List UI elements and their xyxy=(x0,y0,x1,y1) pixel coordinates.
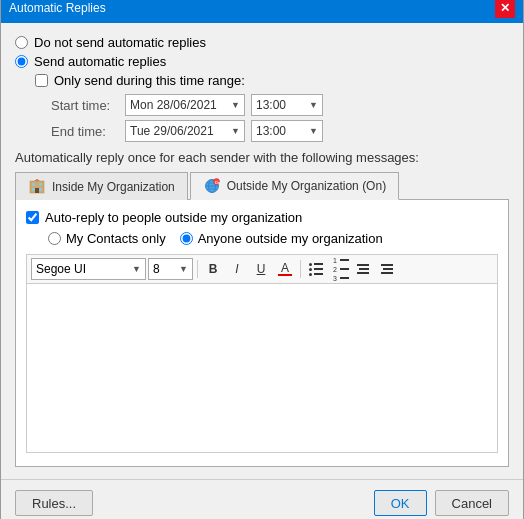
start-time-label: Start time: xyxy=(51,98,119,113)
no-auto-reply-label: Do not send automatic replies xyxy=(34,35,206,50)
automatic-replies-dialog: Automatic Replies ✕ Do not send automati… xyxy=(0,0,524,519)
svg-rect-3 xyxy=(32,188,35,191)
bullet-list-button[interactable] xyxy=(305,258,327,280)
numbered-list-button[interactable]: 1 2 3 xyxy=(329,258,351,280)
only-send-label: Only send during this time range: xyxy=(54,73,245,88)
cancel-button[interactable]: Cancel xyxy=(435,490,509,516)
reply-once-label: Automatically reply once for each sender… xyxy=(15,150,509,165)
end-time-row: End time: Tue 29/06/2021 ▼ 13:00 ▼ xyxy=(51,120,509,142)
dialog-title: Automatic Replies xyxy=(9,1,106,15)
no-auto-reply-radio[interactable] xyxy=(15,36,28,49)
numbered-list-icon: 1 2 3 xyxy=(333,257,347,282)
tab-outside[interactable]: On Outside My Organization (On) xyxy=(190,172,399,200)
end-time-dropdown[interactable]: 13:00 ▼ xyxy=(251,120,323,142)
end-time-arrow-icon: ▼ xyxy=(309,126,318,136)
title-bar: Automatic Replies ✕ xyxy=(1,0,523,23)
my-contacts-radio-row: My Contacts only xyxy=(48,231,166,246)
reply-mode-group: Do not send automatic replies Send autom… xyxy=(15,35,509,69)
start-time-dropdown[interactable]: 13:00 ▼ xyxy=(251,94,323,116)
tab-inside-label: Inside My Organization xyxy=(52,180,175,194)
bold-button[interactable]: B xyxy=(202,258,224,280)
underline-button[interactable]: U xyxy=(250,258,272,280)
auto-reply-row: Auto-reply to people outside my organiza… xyxy=(26,210,498,225)
svg-rect-2 xyxy=(39,183,42,186)
font-size-arrow-icon: ▼ xyxy=(179,264,188,274)
globe-icon: On xyxy=(203,178,221,194)
start-time-row: Start time: Mon 28/06/2021 ▼ 13:00 ▼ xyxy=(51,94,509,116)
anyone-radio[interactable] xyxy=(180,232,193,245)
end-date-dropdown[interactable]: Tue 29/06/2021 ▼ xyxy=(125,120,245,142)
close-button[interactable]: ✕ xyxy=(495,0,515,18)
dialog-footer: Rules... OK Cancel xyxy=(1,479,523,519)
svg-rect-5 xyxy=(35,188,39,193)
font-family-arrow-icon: ▼ xyxy=(132,264,141,274)
my-contacts-label: My Contacts only xyxy=(66,231,166,246)
only-send-row: Only send during this time range: xyxy=(35,73,509,88)
end-time-value: 13:00 xyxy=(256,124,286,138)
auto-reply-checkbox[interactable] xyxy=(26,211,39,224)
font-color-button[interactable]: A xyxy=(274,258,296,280)
end-date-value: Tue 29/06/2021 xyxy=(130,124,214,138)
start-date-dropdown[interactable]: Mon 28/06/2021 ▼ xyxy=(125,94,245,116)
start-date-value: Mon 28/06/2021 xyxy=(130,98,217,112)
svg-rect-1 xyxy=(32,183,35,186)
end-time-label: End time: xyxy=(51,124,119,139)
rules-button[interactable]: Rules... xyxy=(15,490,93,516)
editor-toolbar: Segoe UI ▼ 8 ▼ B I U A xyxy=(26,254,498,283)
no-auto-reply-row: Do not send automatic replies xyxy=(15,35,509,50)
decrease-indent-button[interactable] xyxy=(353,258,375,280)
bullet-list-icon xyxy=(309,263,323,276)
toolbar-separator-1 xyxy=(197,260,198,278)
start-time-value: 13:00 xyxy=(256,98,286,112)
start-time-arrow-icon: ▼ xyxy=(309,100,318,110)
building-icon xyxy=(28,179,46,195)
anyone-label: Anyone outside my organization xyxy=(198,231,383,246)
increase-indent-icon xyxy=(381,264,395,274)
contacts-selection-row: My Contacts only Anyone outside my organ… xyxy=(48,231,498,246)
start-date-arrow-icon: ▼ xyxy=(231,100,240,110)
svg-text:On: On xyxy=(215,180,221,185)
my-contacts-radio[interactable] xyxy=(48,232,61,245)
font-family-dropdown[interactable]: Segoe UI ▼ xyxy=(31,258,146,280)
tabs-container: Inside My Organization On Outside My Org… xyxy=(15,171,509,200)
svg-marker-7 xyxy=(34,179,40,181)
send-auto-reply-label: Send automatic replies xyxy=(34,54,166,69)
send-auto-reply-radio[interactable] xyxy=(15,55,28,68)
dialog-body: Do not send automatic replies Send autom… xyxy=(1,23,523,479)
toolbar-separator-2 xyxy=(300,260,301,278)
message-editor[interactable] xyxy=(26,283,498,453)
font-family-value: Segoe UI xyxy=(36,262,86,276)
tab-inside[interactable]: Inside My Organization xyxy=(15,172,188,200)
font-color-icon: A xyxy=(278,262,292,276)
tab-outside-label: Outside My Organization (On) xyxy=(227,179,386,193)
only-send-checkbox[interactable] xyxy=(35,74,48,87)
auto-reply-label: Auto-reply to people outside my organiza… xyxy=(45,210,302,225)
tab-content-outside: Auto-reply to people outside my organiza… xyxy=(15,200,509,467)
decrease-indent-icon xyxy=(357,264,371,274)
italic-button[interactable]: I xyxy=(226,258,248,280)
end-date-arrow-icon: ▼ xyxy=(231,126,240,136)
font-size-value: 8 xyxy=(153,262,160,276)
increase-indent-button[interactable] xyxy=(377,258,399,280)
anyone-radio-row: Anyone outside my organization xyxy=(180,231,383,246)
font-size-dropdown[interactable]: 8 ▼ xyxy=(148,258,193,280)
action-buttons: OK Cancel xyxy=(374,490,509,516)
ok-button[interactable]: OK xyxy=(374,490,427,516)
svg-rect-4 xyxy=(39,188,42,191)
send-auto-reply-row: Send automatic replies xyxy=(15,54,509,69)
